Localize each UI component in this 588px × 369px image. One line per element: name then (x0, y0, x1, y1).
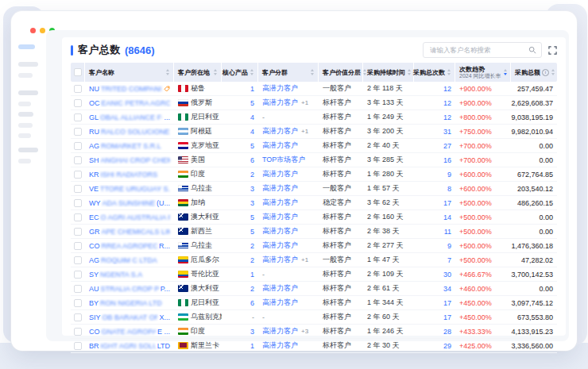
column-header-amount[interactable]: 采购总额i (511, 63, 559, 82)
column-header-segment[interactable]: 客户分群 (258, 63, 319, 82)
purchase-times-value[interactable]: 17 (443, 199, 451, 207)
segment-link[interactable]: 高潜力客户 (262, 83, 298, 94)
customer-name-link[interactable]: BRIGHT AGRI SOLUTIONS PVTLTD (89, 342, 170, 350)
tag-icon[interactable] (164, 86, 170, 92)
core-products-value[interactable]: 2 (250, 256, 254, 264)
row-checkbox[interactable] (74, 299, 82, 307)
sidebar-skeleton-bar[interactable] (18, 123, 33, 128)
core-products-value[interactable]: 6 (250, 299, 254, 307)
search-icon[interactable] (528, 46, 536, 54)
purchase-times-value[interactable]: 28 (443, 328, 451, 336)
customer-name-link[interactable]: VETTORE URUGUAY S.R.L (89, 185, 170, 193)
sort-icon[interactable] (447, 69, 451, 75)
core-products-value[interactable]: 5 (250, 228, 254, 236)
sidebar-skeleton-bar[interactable] (18, 133, 31, 138)
search-input[interactable] (428, 45, 528, 55)
core-products-value[interactable]: 2 (250, 171, 254, 179)
sidebar-skeleton-bar[interactable] (18, 112, 33, 117)
table-row[interactable]: SYNGENTA S.A哥伦比亚1-标杆客户2 年 109 天30+466.67… (71, 267, 557, 282)
customer-name-link[interactable]: AUSTRALIA CROP PROTECTIONP... (89, 285, 170, 293)
sort-icon[interactable] (250, 69, 253, 75)
row-checkbox[interactable] (74, 242, 82, 250)
sidebar-skeleton-bar[interactable] (18, 159, 31, 163)
row-checkbox[interactable] (74, 142, 82, 150)
segment-link[interactable]: 高潜力客户 (262, 140, 298, 151)
segment-link[interactable]: 高潜力客户 (262, 169, 298, 179)
customer-name-link[interactable]: RURALCO SOLUCIONES S.A (89, 128, 170, 136)
sort-icon[interactable] (166, 69, 169, 75)
column-header-tier[interactable]: 客户价值分层 (319, 63, 363, 82)
purchase-times-value[interactable]: 17 (443, 299, 451, 307)
info-circle-icon[interactable]: i (542, 69, 549, 76)
segment-link[interactable]: 高潜力客户 (262, 298, 298, 308)
table-row[interactable]: ECO AGRI AUSTRALIA PTY LIMITED澳大利亚5高潜力客户… (71, 210, 557, 225)
customer-name-link[interactable]: OCEANIC PETRA AGRO (89, 99, 170, 107)
customer-search-box[interactable] (423, 42, 542, 58)
customer-name-link[interactable]: SIYOB BARAKAT ORZU TORAEVX... (89, 313, 170, 321)
purchase-times-value[interactable]: 34 (443, 285, 451, 293)
table-row[interactable]: RURALCO SOLUCIONES S.A阿根廷4高潜力客户+1标杆客户3 年… (71, 125, 557, 139)
table-row[interactable]: BRIGHT AGRI SOLUTIONS PVTLTD斯里兰卡1高潜力客户标杆… (71, 339, 557, 353)
customer-name-link[interactable]: NUTRITED COMPANI S.A.C (89, 85, 164, 93)
column-header-location[interactable]: 客户所在地 (174, 63, 222, 82)
table-row[interactable]: CORREA AGROPECUARIA ALAMOR...乌拉圭2高潜力客户标杆… (71, 239, 557, 253)
sort-icon[interactable] (214, 69, 217, 75)
segment-link[interactable]: 高潜力客户 (262, 240, 298, 251)
purchase-times-value[interactable]: 27 (443, 142, 451, 150)
segment-link[interactable]: 高潜力客户 (262, 198, 298, 208)
column-header-duration[interactable]: 采购持续时间 (363, 63, 414, 82)
table-row[interactable]: GLOBAL ALLIANCE FOR CHEMICA...尼日利亚4-标杆客户… (71, 110, 557, 125)
core-products-value[interactable]: 1 (250, 85, 254, 93)
core-products-value[interactable]: 5 (250, 213, 254, 221)
row-checkbox[interactable] (74, 99, 82, 107)
row-checkbox[interactable] (74, 213, 82, 221)
purchase-times-value[interactable]: 14 (443, 213, 451, 221)
core-products-value[interactable]: 6 (250, 156, 254, 164)
segment-link[interactable]: 高潜力客户 (262, 98, 298, 108)
core-products-value[interactable]: 5 (250, 99, 254, 107)
row-checkbox[interactable] (74, 128, 82, 136)
sort-icon[interactable] (551, 69, 555, 75)
sort-icon[interactable] (408, 69, 411, 75)
sidebar-item-active[interactable] (18, 44, 35, 49)
customer-name-link[interactable]: GRAPE CHEMICALS LIMITED (89, 228, 170, 236)
column-header-name[interactable]: 客户名称 (85, 63, 174, 82)
column-header-times[interactable]: 采购总次数 (414, 63, 455, 82)
segment-link[interactable]: 高潜力客户 (262, 126, 298, 136)
customer-name-link[interactable]: GLOBAL ALLIANCE FOR CHEMICA... (89, 113, 170, 121)
sidebar-skeleton-bar[interactable] (18, 148, 38, 152)
row-checkbox[interactable] (74, 171, 82, 179)
purchase-times-value[interactable]: 11 (444, 228, 451, 236)
customer-name-link[interactable]: AGROMARKET S.R.L (89, 142, 161, 150)
segment-link[interactable]: 高潜力客户 (262, 183, 298, 194)
row-checkbox[interactable] (74, 199, 82, 207)
table-row[interactable]: SHANGHAI CROP CHEM美国6TOP市场客户标杆客户3 年 285 … (71, 153, 557, 167)
core-products-value[interactable]: 3 (250, 185, 254, 193)
row-checkbox[interactable] (74, 342, 82, 350)
row-checkbox[interactable] (74, 228, 82, 236)
row-checkbox[interactable] (74, 185, 82, 193)
table-row[interactable]: OCEANIC PETRA AGRO俄罗斯5高潜力客户+1标杆客户3 年 133… (71, 96, 557, 110)
row-checkbox[interactable] (74, 313, 82, 321)
select-all-checkbox[interactable] (74, 68, 82, 76)
purchase-times-value[interactable]: 30 (443, 271, 451, 279)
core-products-value[interactable]: 2 (250, 285, 254, 293)
table-row[interactable]: KRISHI RADIATORS印度2高潜力客户标杆客户1 年 280 天9+6… (71, 167, 557, 182)
customer-name-link[interactable]: BYRON NIGERIA LTD (89, 299, 162, 307)
expand-fullscreen-icon[interactable] (548, 46, 557, 55)
sidebar-skeleton-bar[interactable] (18, 62, 38, 67)
purchase-times-value[interactable]: 12 (443, 85, 451, 93)
customer-name-link[interactable]: COGNATE AGROPACK PRIVATEE ... (89, 328, 170, 336)
segment-link[interactable]: 高潜力客户 (262, 340, 298, 351)
customer-name-link[interactable]: SYNGENTA S.A (89, 271, 142, 279)
table-row[interactable]: AUSTRALIA CROP PROTECTIONP...澳大利亚2高潜力客户标… (71, 282, 557, 296)
purchase-times-value[interactable]: 31 (443, 128, 451, 136)
sidebar-skeleton-bar[interactable] (18, 90, 38, 95)
purchase-times-value[interactable]: 8 (447, 185, 451, 193)
segment-link[interactable]: 高潜力客户 (262, 326, 298, 336)
column-header-trend[interactable]: 次数趋势2024 同比增长率 (455, 63, 511, 82)
segment-link[interactable]: TOP市场客户 (262, 155, 305, 165)
core-products-value[interactable]: 1 (250, 271, 254, 279)
row-checkbox[interactable] (74, 256, 82, 264)
purchase-times-value[interactable]: 12 (443, 113, 451, 121)
